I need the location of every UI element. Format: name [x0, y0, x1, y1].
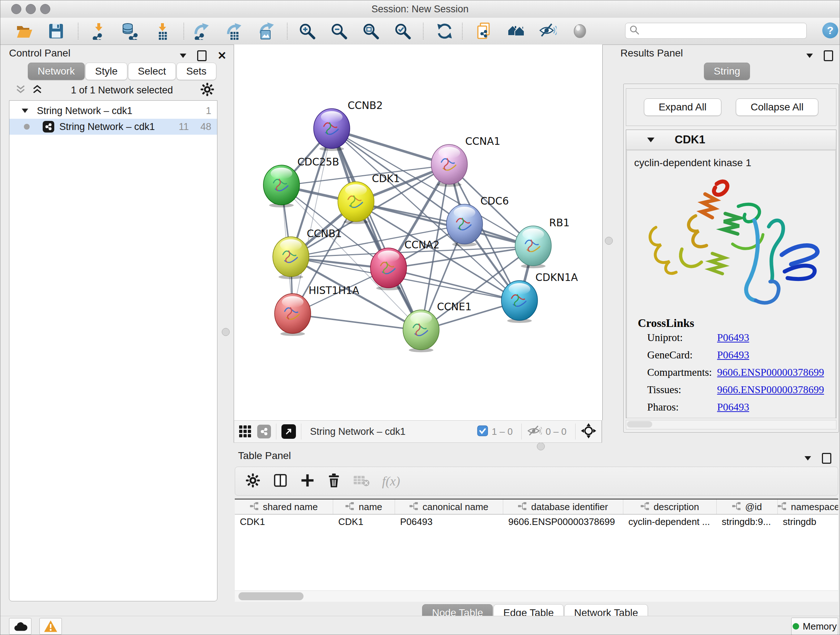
panel-menu-icon[interactable]	[180, 54, 186, 58]
selected-node-edge-count: 1 – 0	[492, 426, 513, 437]
table-row[interactable]: CDK1CDK1P064939606.ENSP00000378699cyclin…	[235, 515, 838, 529]
show-columns-icon[interactable]	[273, 473, 288, 489]
current-network-name: String Network – cdk1	[310, 426, 406, 437]
selected-checkbox-icon[interactable]	[477, 425, 488, 438]
zoom-fit-icon[interactable]	[362, 22, 380, 41]
toolbar-separator	[423, 23, 424, 40]
table-settings-gear-icon[interactable]	[245, 473, 261, 489]
add-column-icon[interactable]	[300, 473, 315, 489]
close-panel-icon[interactable]: ✕	[218, 51, 226, 60]
float-panel-icon[interactable]	[822, 453, 831, 464]
zoom-selected-icon[interactable]	[393, 22, 412, 41]
move-crosshair-icon[interactable]	[581, 423, 597, 440]
node-HIST1H1A[interactable]: HIST1H1A	[274, 293, 311, 337]
node-CCNB1[interactable]: CCNB1	[272, 236, 309, 280]
export-network-icon[interactable]	[192, 22, 211, 41]
node-CDKN1A[interactable]: CDKN1A	[501, 279, 538, 324]
expand-all-button[interactable]: Expand All	[644, 98, 722, 116]
string-network-badge-icon[interactable]	[257, 424, 271, 439]
column-tree-icon	[518, 501, 527, 513]
import-network-icon[interactable]	[89, 22, 108, 41]
cloud-icon[interactable]	[9, 618, 32, 635]
node-CDK1[interactable]: CDK1	[337, 181, 375, 225]
collection-disclosure-icon[interactable]	[22, 109, 28, 113]
zoom-in-icon[interactable]	[298, 22, 317, 41]
node-CDC6[interactable]: CDC6	[446, 203, 483, 247]
column-header-shared-name[interactable]: shared name	[235, 500, 333, 514]
node-CCNA1[interactable]: CCNA1	[431, 143, 468, 187]
hidden-eye-icon[interactable]	[527, 424, 542, 439]
window-title: Session: New Session	[0, 0, 840, 18]
gene-section-header[interactable]: CDK1	[626, 130, 836, 150]
tab-string[interactable]: String	[704, 63, 750, 80]
column-header-@id[interactable]: @id	[717, 500, 778, 514]
node-CCNE1[interactable]: CCNE1	[402, 309, 440, 353]
node-CDC25B[interactable]: CDC25B	[263, 164, 300, 208]
column-header-namespace[interactable]: namespace	[778, 500, 838, 514]
section-disclosure-icon[interactable]	[647, 138, 654, 142]
zoom-out-icon[interactable]	[330, 22, 348, 41]
document-share-icon[interactable]	[475, 22, 494, 41]
refresh-icon[interactable]	[435, 22, 454, 41]
open-icon[interactable]	[15, 22, 34, 41]
right-splitter-handle[interactable]	[605, 237, 613, 245]
node-label: CDC6	[480, 195, 508, 207]
help-icon[interactable]: ?	[822, 22, 838, 38]
network-list-toolbar: 1 of 1 Network selected	[9, 81, 217, 100]
crosslink-link[interactable]: P06493	[717, 332, 749, 343]
left-splitter-handle[interactable]	[222, 328, 230, 336]
crosslink-link[interactable]: P06493	[717, 401, 749, 413]
search-input[interactable]	[644, 24, 806, 38]
crosslink-link[interactable]: P06493	[717, 349, 749, 361]
network-row[interactable]: String Network – cdk1 11 48	[9, 119, 217, 135]
column-header-canonical-name[interactable]: canonical name	[395, 500, 503, 514]
node-label: CCNB1	[307, 228, 342, 240]
gear-icon[interactable]	[200, 82, 215, 98]
export-table-icon[interactable]	[224, 22, 243, 41]
column-header-description[interactable]: description	[623, 500, 717, 514]
tab-select[interactable]: Select	[128, 63, 176, 80]
delete-column-trash-icon[interactable]	[327, 473, 341, 489]
node-label: CDC25B	[297, 156, 339, 168]
column-tree-icon	[641, 501, 649, 513]
tab-network[interactable]: Network	[28, 63, 85, 80]
node-CCNB2[interactable]: CCNB2	[313, 108, 351, 152]
expand-all-icon[interactable]	[31, 83, 44, 97]
panel-menu-icon[interactable]	[806, 54, 813, 58]
gene-name: CDK1	[675, 133, 705, 146]
network-collection-row[interactable]: String Network – cdk1 1	[9, 103, 217, 119]
tab-style[interactable]: Style	[85, 63, 127, 80]
tab-sets[interactable]: Sets	[177, 63, 216, 80]
node-RB1[interactable]: RB1	[515, 225, 552, 269]
panel-menu-icon[interactable]	[805, 456, 811, 461]
grid-view-icon[interactable]	[238, 424, 252, 439]
search-box[interactable]	[625, 23, 807, 39]
edge-count: 48	[201, 121, 211, 133]
collapse-all-button[interactable]: Collapse All	[736, 98, 818, 116]
hide-selected-icon[interactable]	[538, 22, 557, 41]
show-selected-icon[interactable]	[570, 22, 589, 41]
crosslink-label: Uniprot:	[647, 332, 714, 344]
import-table-icon[interactable]	[153, 22, 172, 41]
column-header-name[interactable]: name	[333, 500, 395, 514]
crosslink-link[interactable]: 9606.ENSP00000378699	[717, 384, 824, 395]
memory-button[interactable]: Memory	[791, 618, 838, 635]
birds-eye-view-icon[interactable]	[281, 424, 296, 439]
float-panel-icon[interactable]	[197, 50, 207, 61]
network-canvas[interactable]: CCNB2 CCNA1	[234, 44, 603, 420]
import-database-icon[interactable]	[121, 22, 140, 41]
node-table[interactable]: shared namenamecanonical namedatabase id…	[235, 499, 838, 592]
float-panel-icon[interactable]	[824, 50, 833, 61]
save-icon[interactable]	[47, 22, 65, 41]
table-hscrollbar[interactable]	[235, 591, 838, 602]
export-image-icon[interactable]	[256, 22, 275, 41]
homes-icon[interactable]	[507, 22, 526, 41]
node-CCNA2[interactable]: CCNA2	[370, 247, 407, 291]
crosslink-link[interactable]: 9606.ENSP00000378699	[717, 366, 824, 378]
column-header-database-identifier[interactable]: database identifier	[503, 500, 623, 514]
collapse-all-icon[interactable]	[14, 83, 27, 97]
search-icon	[629, 25, 640, 37]
warning-icon[interactable]	[39, 618, 62, 635]
results-panel: Results Panel ✕ String Expand All Collap…	[615, 44, 840, 435]
results-hscrollbar[interactable]	[626, 420, 836, 429]
